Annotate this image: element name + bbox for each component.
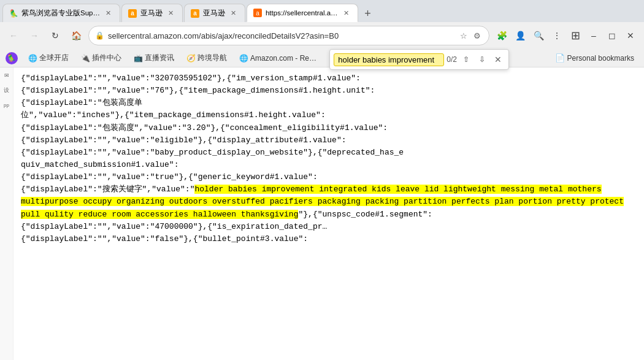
tab-3[interactable]: a 亚马逊 ✕ xyxy=(184,4,245,22)
content-line4: 位","value":"inches"},{"item_package_dime… xyxy=(21,110,326,120)
bookmark-quanjukaidi-label: 全球开店 xyxy=(39,53,69,63)
content-line11: {"displayLabel":"","value":"47000000"},{… xyxy=(21,222,327,231)
close-window-icon[interactable]: ✕ xyxy=(622,27,639,44)
bookmark-amazon[interactable]: 🌐 Amazon.com - Re… xyxy=(234,53,321,64)
more-icon[interactable]: ⊞ xyxy=(567,27,584,44)
new-tab-button[interactable]: + xyxy=(359,5,377,22)
restore-icon[interactable]: ◻ xyxy=(604,27,621,44)
find-close-button[interactable]: ✕ xyxy=(491,53,505,66)
bookmark-quanjukaidi-icon: 🌐 xyxy=(28,54,37,63)
minimize-icon[interactable]: – xyxy=(585,27,602,44)
bookmark-chajianzhongxin[interactable]: 🔌 插件中心 xyxy=(76,52,126,64)
tune-icon[interactable]: ⚙ xyxy=(472,30,483,41)
find-input[interactable] xyxy=(334,53,444,66)
find-prev-button[interactable]: ⇧ xyxy=(459,53,473,66)
personal-bookmarks-icon: 📄 xyxy=(555,53,565,63)
content-line5: {"displayLabel":"包装高度","value":"3.20"},{… xyxy=(21,123,388,132)
tab-2-title: 亚马逊 xyxy=(140,9,163,18)
reload-button[interactable]: ↻ xyxy=(47,27,64,44)
lock-icon: 🔒 xyxy=(95,31,104,40)
bookmark-quanjukaidi[interactable]: 🌐 全球开店 xyxy=(23,52,74,64)
tab-2-favicon: a xyxy=(128,9,137,18)
content-line8: quiv_matched_submission#1.value": xyxy=(21,160,178,169)
bookmark-chajianzhongxin-label: 插件中心 xyxy=(92,53,121,63)
find-count: 0/2 xyxy=(447,55,457,64)
content-line9: {"displayLabel":"","value":"true"},{"gen… xyxy=(21,172,318,182)
content-line6: {"displayLabel":"","value":"eligible"},{… xyxy=(21,136,347,145)
browser-icons: 🧩 👤 🔍 ⋮ ⊞ – ◻ ✕ xyxy=(493,27,639,44)
tab-1-favicon: 🦜 xyxy=(9,9,18,18)
tab-4[interactable]: a https://sellercentral.a… ✕ xyxy=(247,4,358,22)
tab-2[interactable]: a 亚马逊 ✕ xyxy=(121,4,183,22)
browser-logo: 🦜 xyxy=(5,52,18,65)
content-line1: {"displayLabel":"","value":"320703595102… xyxy=(21,74,361,83)
tab-3-title: 亚马逊 xyxy=(203,9,225,18)
content-line12: {"displayLabel":"","value":"false"},{"bu… xyxy=(21,234,308,243)
content-line10-pre: {"displayLabel":"搜索关键字","value":" xyxy=(21,185,194,194)
url-bar[interactable]: 🔒 sellercentral.amazon.com/abis/ajax/rec… xyxy=(88,26,489,45)
address-bar: ← → ↻ 🏠 🔒 sellercentral.amazon.com/abis/… xyxy=(0,22,644,49)
bookmark-kuajingdaohang-label: 跨境导航 xyxy=(197,53,227,63)
sidebar-app-icon[interactable]: pp xyxy=(1,99,12,110)
tab-1-title: 紫鸟浏览器专业版Sup… xyxy=(21,9,100,18)
find-next-button[interactable]: ⇩ xyxy=(475,53,489,66)
content-line2: {"displayLabel":"","value":"76"},{"item_… xyxy=(21,86,375,95)
content-line10-post: "},{"unspsc_code#1.segment": xyxy=(298,210,432,219)
sidebar-mail-icon[interactable]: ✉ xyxy=(1,70,12,81)
home-button[interactable]: 🏠 xyxy=(67,27,85,44)
settings-icon[interactable]: ⋮ xyxy=(548,27,565,44)
main-content-area: ✉ 设 pp {"displayLabel":"","value":"32070… xyxy=(0,67,644,360)
tab-4-title: https://sellercentral.a… xyxy=(266,9,338,17)
sidebar-settings-icon[interactable]: 设 xyxy=(1,85,12,96)
tab-4-favicon: a xyxy=(253,9,262,17)
bookmark-kuajingdaohang[interactable]: 🧭 跨境导航 xyxy=(182,52,232,64)
tab-3-close[interactable]: ✕ xyxy=(229,9,239,18)
page-content: {"displayLabel":"","value":"320703595102… xyxy=(13,67,644,360)
bookmark-zhibozixun[interactable]: 📺 直播资讯 xyxy=(129,52,179,64)
tab-2-close[interactable]: ✕ xyxy=(166,9,176,18)
content-line3: {"displayLabel":"包装高度单 xyxy=(21,98,142,107)
personal-bookmarks[interactable]: 📄 Personal bookmarks xyxy=(550,52,639,64)
bookmarks-bar: 🦜 🌐 全球开店 🔌 插件中心 📺 直播资讯 🧭 跨境导航 🌐 Amazon.c… xyxy=(0,49,644,67)
forward-button[interactable]: → xyxy=(26,27,43,44)
url-text: sellercentral.amazon.com/abis/ajax/recon… xyxy=(108,31,454,40)
personal-bookmarks-label: Personal bookmarks xyxy=(567,54,634,63)
tab-4-close[interactable]: ✕ xyxy=(342,8,351,18)
bookmark-chajianzhongxin-icon: 🔌 xyxy=(81,54,90,63)
browser-window: 🦜 紫鸟浏览器专业版Sup… ✕ a 亚马逊 ✕ a 亚马逊 ✕ a https… xyxy=(0,0,644,360)
tab-1[interactable]: 🦜 紫鸟浏览器专业版Sup… ✕ xyxy=(2,4,120,22)
tab-bar: 🦜 紫鸟浏览器专业版Sup… ✕ a 亚马逊 ✕ a 亚马逊 ✕ a https… xyxy=(0,0,644,22)
bookmark-kuajingdaohang-icon: 🧭 xyxy=(186,54,195,63)
content-line7: {"displayLabel":"","value":"baby_product… xyxy=(21,148,404,157)
tab-3-favicon: a xyxy=(191,9,199,18)
search-icon[interactable]: 🔍 xyxy=(530,27,547,44)
bookmark-zhibozixun-label: 直播资讯 xyxy=(145,53,174,63)
find-bar: 0/2 ⇧ ⇩ ✕ xyxy=(329,49,509,70)
bookmark-zhibozixun-icon: 📺 xyxy=(134,54,142,63)
bookmark-amazon-icon: 🌐 xyxy=(239,54,248,63)
extensions-icon[interactable]: 🧩 xyxy=(493,27,510,44)
back-button[interactable]: ← xyxy=(5,27,22,44)
tab-1-close[interactable]: ✕ xyxy=(104,9,113,18)
user-profile-icon[interactable]: 👤 xyxy=(512,27,529,44)
bookmark-star-icon[interactable]: ☆ xyxy=(458,30,469,41)
bookmark-amazon-label: Amazon.com - Re… xyxy=(250,54,316,63)
left-sidebar: ✉ 设 pp xyxy=(0,67,13,360)
